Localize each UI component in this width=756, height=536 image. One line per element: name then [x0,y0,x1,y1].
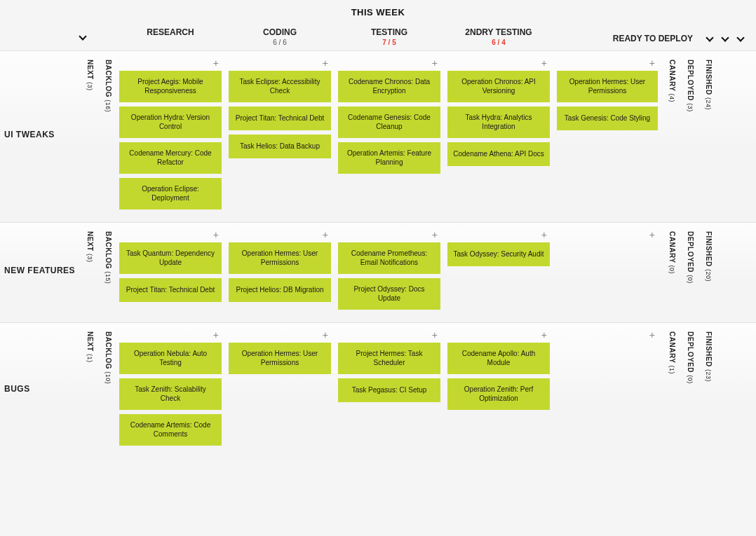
collapsed-backlog[interactable]: BACKLOG (15) [100,228,114,287]
card[interactable]: Project Hermes: Task Scheduler [338,343,440,374]
collapsed-canary[interactable]: CANARY (0) [663,228,677,277]
col-secondary[interactable]: +Operation Chronos: API VersioningTask H… [446,57,551,169]
card[interactable]: Project Titan: Technical Debt [229,106,331,130]
collapse-left-1[interactable] [77,31,88,42]
col-research[interactable]: +Operation Nebula: Auto TestingTask Zeni… [118,329,223,448]
wip-secondary: 6 / 4 [446,39,551,50]
add-card-icon[interactable]: + [229,60,331,67]
add-card-icon[interactable]: + [447,231,550,238]
card[interactable]: Codename Artemis: Code Comments [119,414,222,446]
card[interactable]: Task Odyssey: Security Audit [447,242,550,266]
add-card-icon[interactable]: + [447,331,550,338]
add-card-icon[interactable]: + [557,331,658,338]
add-card-icon[interactable]: + [119,231,222,238]
col-secondary[interactable]: +Codename Apollo: Auth ModuleOperation Z… [446,329,551,413]
collapsed-next[interactable]: NEXT (1) [81,329,95,365]
card[interactable]: Codename Prometheus: Email Notifications [338,242,440,274]
add-card-icon[interactable]: + [557,231,658,238]
card[interactable]: Task Eclipse: Accessibility Check [229,71,331,102]
add-card-icon[interactable]: + [119,331,222,338]
add-card-icon[interactable]: + [447,60,550,67]
collapsed-deployed[interactable]: DEPLOYED (0) [682,228,696,287]
add-card-icon[interactable]: + [338,231,440,238]
collapse-right-1[interactable] [704,32,715,43]
collapsed-deployed[interactable]: DEPLOYED (0) [682,329,696,387]
card[interactable]: Project Helios: DB Migration [229,278,331,302]
card[interactable]: Project Aegis: Mobile Responsiveness [119,71,222,102]
col-coding[interactable]: +Operation Hermes: User PermissionsProje… [227,228,332,305]
collapsed-canary[interactable]: CANARY (4) [663,57,677,105]
collapse-right-2[interactable] [720,32,731,43]
wip-testing: 7 / 5 [337,39,442,50]
card[interactable]: Operation Hydra: Version Control [119,106,222,138]
card[interactable]: Operation Hermes: User Permissions [557,71,658,102]
ready-to-deploy-header: READY TO DEPLOY [613,34,693,43]
card[interactable]: Codename Genesis: Code Cleanup [338,106,440,138]
card[interactable]: Task Pegasus: CI Setup [338,378,440,402]
card[interactable]: Codename Athena: API Docs [447,142,550,166]
col-header-secondary[interactable]: 2NDRY TESTING [446,23,551,39]
add-card-icon[interactable]: + [338,60,440,67]
card[interactable]: Task Helios: Data Backup [229,135,331,158]
card[interactable]: Operation Eclipse: Deployment [119,178,222,209]
add-card-icon[interactable]: + [557,60,658,67]
col-ready[interactable]: +Operation Hermes: User PermissionsTask … [555,57,659,133]
card[interactable]: Project Titan: Technical Debt [119,278,222,302]
card[interactable]: Codename Mercury: Code Refactor [119,142,222,174]
card[interactable]: Operation Zenith: Perf Optimization [447,378,550,410]
card[interactable]: Codename Apollo: Auth Module [447,343,550,374]
card[interactable]: Project Odyssey: Docs Update [338,278,440,310]
col-header-coding[interactable]: CODING [227,23,332,39]
col-research[interactable]: +Project Aegis: Mobile ResponsivenessOpe… [118,57,223,212]
add-card-icon[interactable]: + [338,331,440,338]
col-header-testing[interactable]: TESTING [337,23,442,39]
card[interactable]: Task Hydra: Analytics Integration [447,106,550,138]
collapsed-finished[interactable]: FINISHED (20) [700,228,714,284]
collapsed-finished[interactable]: FINISHED (24) [700,57,714,113]
lane-label[interactable]: BUGS [0,384,77,394]
card[interactable]: Codename Chronos: Data Encryption [338,71,440,102]
card[interactable]: Operation Artemis: Feature Planning [338,142,440,174]
col-testing[interactable]: +Codename Prometheus: Email Notification… [337,228,442,312]
wip-research [118,39,223,43]
col-testing[interactable]: +Project Hermes: Task SchedulerTask Pega… [337,329,442,405]
add-card-icon[interactable]: + [229,331,331,338]
card[interactable]: Task Zenith: Scalability Check [119,378,222,410]
collapsed-finished[interactable]: FINISHED (23) [700,329,714,385]
col-research[interactable]: +Task Quantum: Dependency UpdateProject … [118,228,223,305]
card[interactable]: Operation Hermes: User Permissions [229,242,331,274]
card[interactable]: Operation Nebula: Auto Testing [119,343,222,374]
collapsed-next[interactable]: NEXT (3) [81,57,95,93]
section-title: THIS WEEK [0,0,756,20]
lane-label[interactable]: NEW FEATURES [0,266,77,275]
col-coding[interactable]: +Operation Hermes: User Permissions [227,329,332,377]
wip-coding: 6 / 6 [227,39,332,50]
collapsed-backlog[interactable]: BACKLOG (16) [100,57,114,115]
card[interactable]: Task Genesis: Code Styling [557,106,658,130]
add-card-icon[interactable]: + [119,60,222,67]
col-secondary[interactable]: +Task Odyssey: Security Audit [446,228,551,269]
collapsed-deployed[interactable]: DEPLOYED (3) [682,57,696,115]
card[interactable]: Operation Chronos: API Versioning [447,71,550,102]
collapsed-backlog[interactable]: BACKLOG (10) [100,329,114,387]
card[interactable]: Operation Hermes: User Permissions [229,343,331,374]
collapsed-canary[interactable]: CANARY (1) [663,329,677,377]
collapse-right-3[interactable] [735,32,746,43]
col-ready[interactable]: + [555,228,659,241]
col-ready[interactable]: + [555,329,659,341]
collapsed-next[interactable]: NEXT (3) [81,228,95,265]
col-coding[interactable]: +Task Eclipse: Accessibility CheckProjec… [227,57,332,161]
card[interactable]: Task Quantum: Dependency Update [119,242,222,274]
add-card-icon[interactable]: + [229,231,331,238]
lane-label[interactable]: UI TWEAKS [0,130,77,139]
col-header-research[interactable]: RESEARCH [118,23,223,39]
col-testing[interactable]: +Codename Chronos: Data EncryptionCodena… [337,57,442,177]
